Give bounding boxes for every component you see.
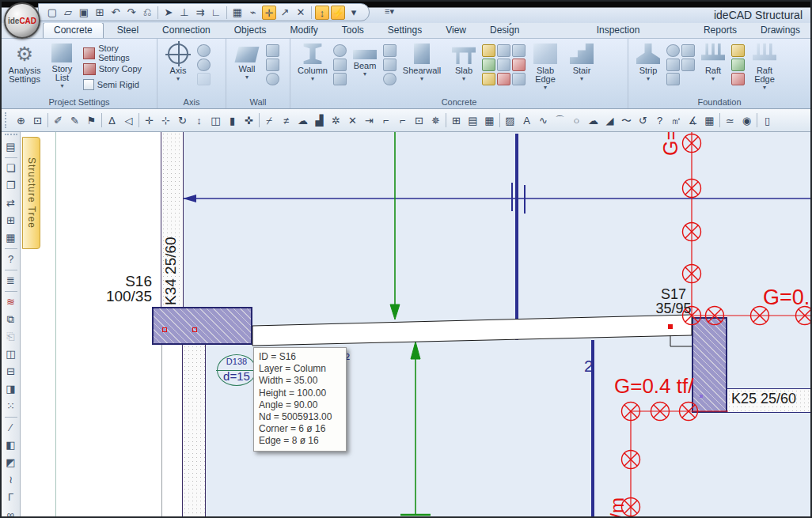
raft-strip-button[interactable] [731,73,745,85]
wall-lower[interactable] [182,345,206,517]
qat-customize-icon[interactable]: ≡▾ [385,6,394,17]
story-settings-button[interactable]: Story Settings [83,46,150,61]
pad-footing-button[interactable] [666,73,680,85]
revert-view[interactable]: ⎌ [140,6,154,20]
corner-strip-button[interactable] [681,44,695,57]
node-snap[interactable]: ✛ [262,6,276,20]
break-line[interactable]: ≀ [3,471,19,489]
slab-edge-button[interactable]: Slab Edge ▾ [527,41,563,96]
tab-objects[interactable]: Objects [224,23,277,38]
angle-measure[interactable]: ∡ [685,112,701,129]
parallel-snap[interactable]: ⇉ [193,6,207,20]
app-menu-orb[interactable]: ideCAD [4,2,40,39]
break-point[interactable]: ✲ [328,112,344,129]
vertical-dimension[interactable]: ↕ [315,6,329,20]
rotate[interactable]: ↻ [174,112,191,129]
edit-objects[interactable]: ⇄ [3,195,19,212]
polyline-wall-button[interactable] [266,59,279,71]
circular-column-button[interactable] [333,44,347,57]
polygon-snap[interactable]: ⌁ [246,6,260,20]
save[interactable]: ▣ [77,6,91,20]
toolbar-grip[interactable] [5,112,10,128]
circular-array[interactable]: ⁙ [3,398,19,415]
stair-button[interactable]: Stair ▾ [565,41,598,96]
story-list-button[interactable]: Story List ▾ [46,41,78,96]
arc-axis-button[interactable] [197,44,211,57]
dimension-arc[interactable]: ◁ [120,112,137,129]
waffle-slab-button[interactable] [512,44,526,57]
corner-beam-button[interactable] [383,44,397,57]
grid-toggle[interactable]: ▦ [481,112,498,129]
chart-flag[interactable]: ▟ [311,112,328,129]
tab-view[interactable]: View [435,23,476,38]
tab-connection[interactable]: Connection [152,23,221,38]
drawing-canvas[interactable]: S16100/35 K34 25/60 S1735/95 K25 25/60 G… [21,132,810,517]
circle[interactable]: ○ [568,112,585,129]
trim[interactable]: ⌿ [261,112,278,129]
beam-button[interactable]: Beam ▾ [348,41,381,96]
ortho-corner[interactable]: ∟ [209,6,223,20]
divide[interactable]: ⇥ [361,112,378,129]
side-toolbar-grip[interactable] [5,134,17,135]
spline[interactable]: ∿ [535,112,552,129]
paste[interactable]: ⎗ [3,328,19,346]
zoom-extents[interactable]: ⊡ [29,112,46,129]
new-file[interactable]: ▢ [45,6,59,20]
deselect-objects[interactable]: ❐ [3,177,19,195]
slab-direction-button[interactable] [497,44,510,57]
mirror-copy[interactable]: ◨ [3,380,19,398]
curved-beam-button[interactable] [383,59,397,71]
polygon-column-button[interactable] [333,59,347,71]
arc[interactable]: ⌒ [552,112,568,129]
slab-load-button[interactable] [512,59,526,71]
level-marker[interactable]: ≃ [722,112,738,129]
move[interactable]: ✛ [141,112,157,129]
stretch-column[interactable]: ▮ [224,112,241,129]
bell-pile-button[interactable] [681,59,695,71]
mirror[interactable]: ◫ [207,112,224,129]
strip-button[interactable]: Strip ▾ [632,41,665,96]
run-analysis[interactable]: ⚡ [331,6,345,20]
align[interactable]: ↕ [191,112,207,129]
section-view[interactable]: ◧ [3,437,19,454]
copy[interactable]: ⧉ [3,311,19,328]
shearwall-button[interactable]: Shearwall ▾ [398,41,446,96]
column-s17[interactable] [692,317,727,413]
ribbed-raft-button[interactable] [731,44,745,57]
grid-snap[interactable]: ▦ [230,6,245,20]
zoom-window[interactable]: ⊕ [13,112,29,129]
pile-button[interactable] [666,59,680,71]
corner-wall-button[interactable] [266,44,279,57]
area-measure[interactable]: ㎡ [668,112,685,129]
leader-label[interactable]: ⚑ [83,112,100,129]
tab-drawings[interactable]: Drawings [750,23,810,38]
chamfer[interactable]: ⌐ [394,112,411,129]
structure-tree-tab[interactable]: Structure Tree [22,137,40,249]
freeform-line[interactable]: 〜 [618,112,635,129]
raft-axes-button[interactable] [731,59,745,71]
partial-tool[interactable]: ▯ [759,112,776,129]
tab-concrete[interactable]: Concrete [43,22,104,38]
slab-axes-button[interactable] [482,59,495,71]
wall-button[interactable]: Wall ▾ [230,41,264,96]
tab-tools[interactable]: Tools [332,23,374,38]
slab-strip-button[interactable] [482,73,495,85]
dimension-aligned[interactable]: ∆ [104,112,120,129]
array-move[interactable]: ✜ [241,112,257,129]
undo[interactable]: ↶ [108,6,123,20]
fillet[interactable]: ⌐ [378,112,394,129]
run-analysis-arrow[interactable]: ▾ [347,6,361,20]
extend-trim[interactable]: ≠ [278,112,294,129]
measure[interactable]: ✐ [50,112,66,129]
story-copy[interactable]: ≋ [3,293,19,311]
story-copy-button[interactable]: Story Copy [83,62,150,77]
slab-button[interactable]: Slab ▾ [447,41,480,96]
slab-corner-button[interactable] [512,73,526,85]
tab-reports[interactable]: Reports [693,23,747,38]
slope-triangle[interactable]: ◢ [601,112,618,129]
tab-modify[interactable]: Modify [279,23,328,38]
column-button[interactable]: Column ▾ [294,41,332,96]
image-insert[interactable]: ▨ [502,112,518,129]
explode[interactable]: ✕ [344,112,361,129]
open-file[interactable]: ▱ [61,6,75,20]
